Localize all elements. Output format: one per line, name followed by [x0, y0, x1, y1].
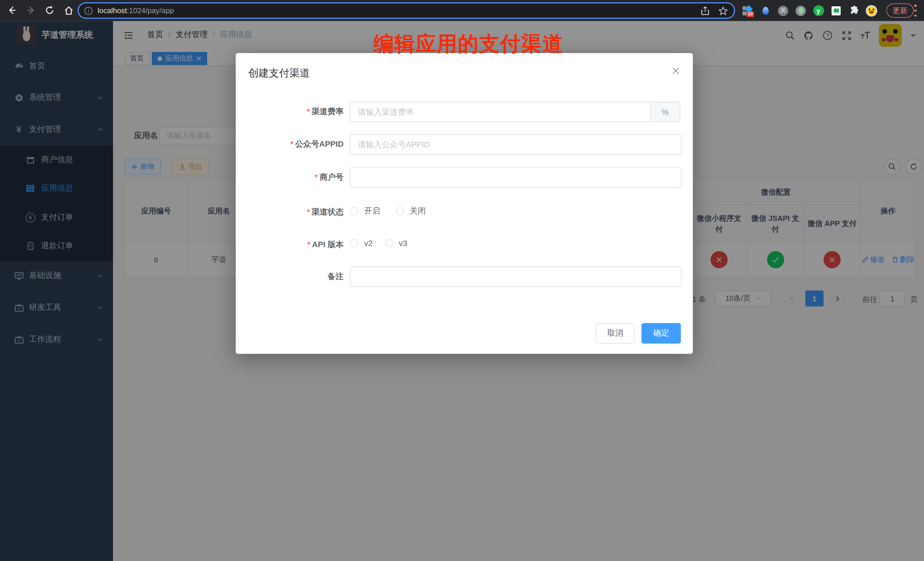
- channel-rate-input[interactable]: [350, 102, 651, 122]
- forward-icon[interactable]: [23, 3, 38, 18]
- extension-icon[interactable]: 10: [742, 5, 753, 16]
- rate-suffix: %: [651, 102, 680, 122]
- address-bar[interactable]: i localhost:1024/pay/app: [78, 2, 735, 19]
- balloon-extension-icon[interactable]: [760, 5, 771, 16]
- url-text[interactable]: localhost:1024/pay/app: [98, 6, 174, 15]
- cancel-button[interactable]: 取消: [596, 323, 634, 344]
- site-info-icon[interactable]: i: [84, 7, 93, 15]
- back-icon[interactable]: [4, 3, 20, 18]
- chat-extension-icon[interactable]: [830, 5, 842, 16]
- radio-label-v3[interactable]: v3: [399, 238, 408, 248]
- field-label-remark: 备注: [238, 272, 344, 282]
- url-host: localhost: [98, 6, 127, 15]
- puzzle-extensions-icon[interactable]: [848, 5, 860, 16]
- dialog-title: 创建支付渠道: [248, 66, 310, 80]
- field-label-api-version: *API 版本: [238, 240, 344, 250]
- annotation-text: 编辑应用的支付渠道: [373, 30, 563, 58]
- recorder-extension-icon[interactable]: [795, 5, 806, 16]
- required-asterisk: *: [291, 139, 294, 148]
- radio-label-closed[interactable]: 关闭: [410, 206, 426, 216]
- radio-v3[interactable]: [385, 239, 393, 247]
- merchant-no-input[interactable]: [350, 167, 681, 188]
- create-payment-channel-dialog: 创建支付渠道 *渠道费率 % *公众号APPID *商户号 *渠道状态 开启 关…: [236, 53, 693, 354]
- radio-closed[interactable]: [396, 207, 404, 215]
- radio-label-open[interactable]: 开启: [364, 206, 380, 216]
- extension-badge: 10: [747, 11, 754, 17]
- profile-avatar-icon[interactable]: [866, 5, 877, 16]
- command-extension-icon[interactable]: ⌘: [777, 5, 789, 16]
- reload-icon[interactable]: [42, 3, 57, 18]
- channel-status-radio-group: 开启 关闭: [350, 206, 426, 216]
- required-asterisk: *: [308, 240, 310, 249]
- extensions-area: 10 ⌘ y: [742, 0, 877, 21]
- radio-label-v2[interactable]: v2: [364, 238, 373, 248]
- confirm-button[interactable]: 确定: [642, 323, 681, 344]
- screen: i localhost:1024/pay/app 10 ⌘ y: [0, 0, 924, 561]
- api-version-radio-group: v2 v3: [350, 238, 407, 248]
- remark-input[interactable]: [350, 267, 681, 287]
- browser-menu-icon[interactable]: [914, 4, 916, 16]
- browser-update-button[interactable]: 更新: [886, 3, 914, 18]
- required-asterisk: *: [307, 207, 310, 216]
- url-path: :1024/pay/app: [127, 6, 174, 15]
- appid-input[interactable]: [350, 134, 681, 154]
- page: 芋道管理系统 首页 系统管理 ¥ 支付管理: [0, 21, 924, 561]
- radio-open[interactable]: [350, 207, 358, 215]
- field-label-appid: *公众号APPID: [238, 139, 344, 150]
- field-label-channel-rate: *渠道费率: [238, 107, 344, 117]
- field-label-channel-status: *渠道状态: [238, 207, 344, 218]
- share-icon[interactable]: [700, 5, 710, 16]
- browser-toolbar: i localhost:1024/pay/app 10 ⌘ y: [0, 0, 924, 21]
- home-icon[interactable]: [61, 3, 76, 18]
- required-asterisk: *: [315, 172, 318, 182]
- dialog-close-icon[interactable]: [670, 66, 681, 76]
- bookmark-star-icon[interactable]: [718, 5, 728, 16]
- radio-v2[interactable]: [350, 239, 358, 247]
- required-asterisk: *: [307, 107, 310, 116]
- field-label-merchant-no: *商户号: [238, 172, 344, 183]
- y-extension-icon[interactable]: y: [813, 5, 824, 16]
